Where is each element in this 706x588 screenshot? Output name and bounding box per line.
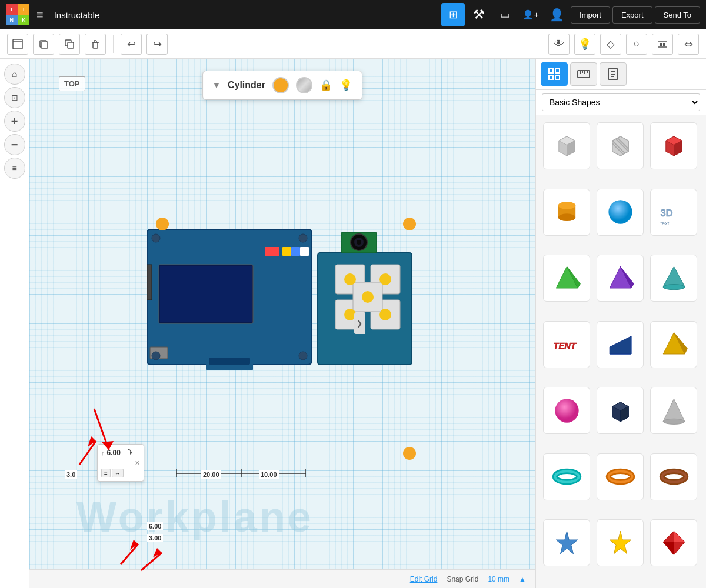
svg-rect-58 [549, 69, 553, 73]
color-hole-button[interactable] [296, 77, 312, 93]
toolbar-divider [113, 35, 114, 53]
layers-button[interactable]: ≡ [4, 158, 25, 179]
shape-wedge-blue[interactable] [597, 321, 644, 368]
shape-pyramid-green[interactable] [543, 255, 590, 302]
logo-i: I [18, 4, 30, 15]
shapes-dropdown[interactable]: Basic Shapes Electronics Connectors Text… [542, 93, 700, 111]
notes-panel-tab[interactable] [600, 62, 627, 86]
copy-stamp-button[interactable] [33, 34, 54, 55]
shape-cylinder-orange[interactable] [543, 189, 590, 236]
right-panel-tabs [536, 59, 706, 90]
redo-button[interactable]: ↪ [146, 34, 168, 55]
shape-cube-dark[interactable] [597, 387, 644, 434]
home-view-button[interactable]: ⌂ [4, 64, 25, 85]
shape-box-red[interactable] [650, 122, 697, 169]
select-all-button[interactable]: ⊡ [4, 87, 25, 108]
sendto-button[interactable]: Send To [655, 6, 700, 24]
svg-rect-35 [291, 247, 300, 256]
shape-pyramid-teal[interactable] [650, 255, 697, 302]
svg-rect-13 [663, 43, 665, 46]
export-button[interactable]: Export [612, 6, 652, 24]
popup-dropdown-arrow[interactable]: ▼ [212, 81, 221, 90]
dim-left: 3.0 [65, 470, 77, 479]
shape-pyramid-yellow[interactable] [650, 321, 697, 368]
height-value-1[interactable]: 6.00 [107, 449, 121, 457]
add-user-btn[interactable]: 👤+ [519, 3, 542, 26]
edit-grid-link[interactable]: Edit Grid [410, 575, 438, 583]
snap-value[interactable]: 10 mm [488, 575, 509, 583]
build-view-btn[interactable]: ⚒ [467, 3, 491, 26]
zoom-in-button[interactable]: + [4, 111, 25, 132]
code-view-btn[interactable]: ▭ [493, 3, 517, 26]
shape-torus-wood[interactable] [650, 453, 697, 500]
canvas-area[interactable]: TOP Workplane ▼ Cylinder 🔒 💡 [29, 59, 535, 588]
svg-point-42 [299, 234, 307, 242]
dimension-edit-popup: ↑ 6.00 ✕ ≡ ↔ [97, 444, 144, 482]
project-title: Instructable [54, 10, 434, 20]
shape-box-stripe[interactable] [597, 122, 644, 169]
new-button[interactable] [7, 34, 28, 55]
shape-3d-text[interactable]: 3D text [650, 189, 697, 236]
shape-button-2[interactable]: ○ [626, 34, 647, 55]
delete-button[interactable] [85, 34, 106, 55]
popup-row-1: ↑ 6.00 [100, 447, 141, 459]
view-label: TOP [59, 76, 85, 91]
close-popup-btn[interactable]: ✕ [135, 459, 140, 467]
svg-marker-119 [663, 542, 674, 555]
shape-torus-orange[interactable] [597, 453, 644, 500]
svg-text:TENT: TENT [553, 341, 576, 350]
import-button[interactable]: Import [571, 6, 610, 24]
grid-view-btn[interactable]: ⊞ [441, 3, 465, 26]
dim-width[interactable]: 20.00 [201, 470, 221, 479]
svg-marker-116 [610, 531, 631, 554]
shape-sphere-pink[interactable] [543, 387, 590, 434]
view-toggle-button[interactable]: 👁 [548, 34, 570, 55]
svg-point-41 [152, 234, 160, 242]
svg-point-103 [555, 399, 578, 422]
svg-rect-60 [549, 75, 553, 79]
zoom-out-button[interactable]: − [4, 134, 25, 155]
svg-marker-118 [674, 531, 684, 542]
align-button[interactable] [652, 34, 673, 55]
pcb-svg [147, 229, 418, 400]
handle-bottom-right[interactable] [403, 447, 416, 460]
shape-button-1[interactable]: ◇ [600, 34, 621, 55]
align-left-btn[interactable]: ≡ [101, 469, 111, 477]
shape-cone-silver[interactable] [650, 387, 697, 434]
snap-arrow[interactable]: ▲ [519, 575, 526, 583]
nav-right-buttons: ⊞ ⚒ ▭ 👤+ 👤 Import Export Send To [441, 3, 700, 26]
shape-torus-teal[interactable] [543, 453, 590, 500]
color-solid-button[interactable] [272, 77, 289, 93]
toolbar-right-buttons: 👁 💡 ◇ ○ ⇔ [548, 34, 699, 55]
logo-n: N [6, 15, 18, 26]
left-sidebar: ⌂ ⊡ + − ≡ [0, 59, 29, 588]
dim-small2[interactable]: 3.00 [147, 534, 163, 542]
shape-pyramid-purple[interactable] [597, 255, 644, 302]
shape-gem-red[interactable] [650, 519, 697, 566]
light-button[interactable]: 💡 [574, 34, 595, 55]
lock-icon[interactable]: 🔒 [319, 79, 332, 92]
handle-top-left[interactable] [156, 218, 169, 230]
ruler-panel-tab[interactable] [570, 62, 597, 86]
visibility-icon[interactable]: 💡 [339, 79, 352, 92]
logo-t: T [6, 4, 18, 15]
svg-marker-100 [610, 336, 631, 354]
dim-depth[interactable]: 10.00 [259, 470, 279, 479]
handle-top-right[interactable] [403, 218, 416, 230]
duplicate-button[interactable] [59, 34, 80, 55]
top-navigation: T I N K ≡ Instructable ⊞ ⚒ ▭ 👤+ 👤 Import… [0, 0, 706, 29]
shape-star-yellow[interactable] [597, 519, 644, 566]
svg-point-22 [357, 240, 361, 245]
shape-sphere-blue[interactable] [597, 189, 644, 236]
expand-btn[interactable]: ↔ [112, 469, 124, 477]
dim-small1[interactable]: 6.00 [147, 522, 163, 530]
mirror-button[interactable]: ⇔ [678, 34, 699, 55]
undo-button[interactable]: ↩ [121, 34, 142, 55]
shape-tent-text[interactable]: TENT [543, 321, 590, 368]
shape-name-label: Cylinder [228, 80, 265, 91]
panel-collapse-button[interactable]: ❯ [354, 313, 365, 334]
profile-btn[interactable]: 👤 [545, 3, 568, 26]
shape-star-blue[interactable] [543, 519, 590, 566]
shape-box-gray[interactable] [543, 122, 590, 169]
grid-panel-tab[interactable] [541, 62, 568, 86]
